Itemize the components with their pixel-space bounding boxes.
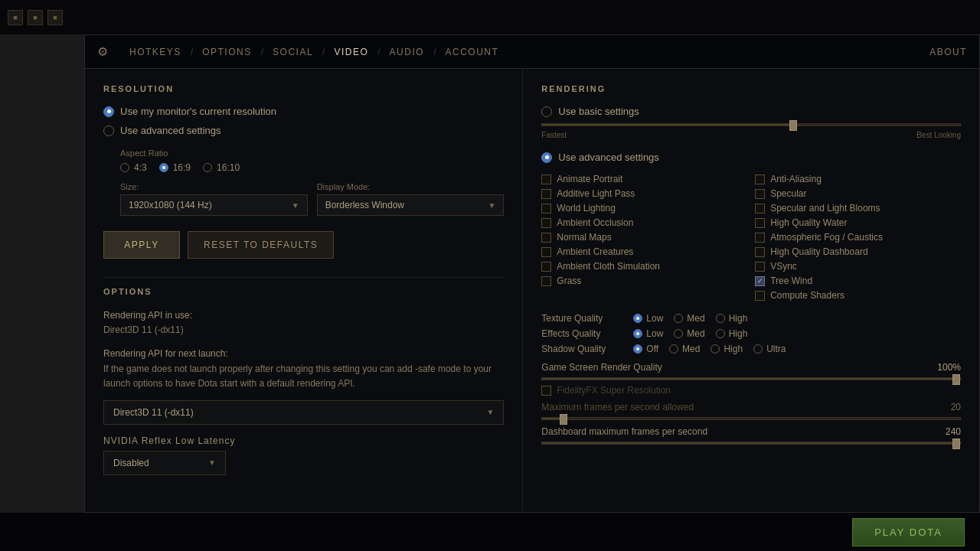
radio-effects-med[interactable] <box>674 329 683 338</box>
radio-effects-low[interactable] <box>633 329 642 338</box>
checkbox-right-6[interactable]: VSync <box>755 261 961 272</box>
radio-advanced-res[interactable] <box>103 126 114 136</box>
checkbox-box-right-6[interactable] <box>755 262 765 272</box>
dashboard-frames-thumb[interactable] <box>952 439 960 449</box>
dashboard-frames-section: Dashboard maximum frames per second 240 <box>541 426 961 445</box>
shadow-med[interactable]: Med <box>669 344 700 354</box>
nvidia-dropdown[interactable]: Disabled ▼ <box>103 451 226 475</box>
checkbox-box-left-3[interactable] <box>541 218 551 228</box>
play-button[interactable]: PLAY DOTA <box>852 518 965 546</box>
checkbox-left-4[interactable]: Normal Maps <box>541 232 747 243</box>
api-dropdown[interactable]: Direct3D 11 (-dx11) ▼ <box>103 400 504 425</box>
texture-high[interactable]: High <box>716 313 748 324</box>
shadow-off[interactable]: Off <box>633 344 658 354</box>
radio-16-10[interactable] <box>203 163 212 172</box>
texture-med[interactable]: Med <box>674 313 704 324</box>
dashboard-frames-slider[interactable] <box>541 442 961 445</box>
radio-texture-high[interactable] <box>716 314 725 323</box>
effects-quality-label: Effects Quality <box>541 328 626 339</box>
radio-shadow-high[interactable] <box>710 344 720 354</box>
nav-options[interactable]: OPTIONS <box>193 35 261 69</box>
effects-med[interactable]: Med <box>674 328 704 339</box>
size-dropdown[interactable]: 1920x1080 (144 Hz) ▼ <box>120 194 308 216</box>
checkbox-box-right-0[interactable] <box>755 174 765 184</box>
checkbox-right-4[interactable]: Atmospheric Fog / Caustics <box>755 232 961 243</box>
rendering-advanced-option[interactable]: Use advanced settings <box>541 152 961 163</box>
reset-button[interactable]: RESET TO DEFAULTS <box>188 231 334 259</box>
nav-account[interactable]: ACCOUNT <box>436 35 508 69</box>
checkbox-box-left-2[interactable] <box>541 204 551 214</box>
nav-video[interactable]: VIDEO <box>325 35 377 69</box>
nav-about[interactable]: ABOUT <box>929 47 967 57</box>
aspect-16-10[interactable]: 16:10 <box>203 162 240 173</box>
checkbox-right-7[interactable]: Tree Wind <box>755 276 961 286</box>
checkbox-right-5[interactable]: High Quality Dashboard <box>755 246 961 257</box>
fidelityfx-checkbox[interactable] <box>541 386 551 396</box>
checkbox-right-0[interactable]: Anti-Aliasing <box>755 174 961 184</box>
checkbox-right-3[interactable]: High Quality Water <box>755 217 961 228</box>
radio-basic[interactable] <box>541 106 552 117</box>
nvidia-dropdown-value: Disabled <box>113 458 149 468</box>
checkbox-right-8[interactable]: Compute Shaders <box>755 290 961 301</box>
render-slider-thumb[interactable] <box>789 120 797 131</box>
checkbox-box-right-4[interactable] <box>755 233 765 243</box>
checkbox-box-right-5[interactable] <box>755 247 765 257</box>
checkbox-left-6[interactable]: Ambient Cloth Simulation <box>541 261 747 272</box>
radio-texture-med[interactable] <box>674 314 683 323</box>
checkbox-left-1[interactable]: Additive Light Pass <box>541 188 747 199</box>
resolution-option2[interactable]: Use advanced settings <box>103 125 504 136</box>
checkbox-box-left-5[interactable] <box>541 247 551 257</box>
game-screen-render-value: 100% <box>937 362 961 373</box>
checkbox-box-left-6[interactable] <box>541 262 551 272</box>
nav-hotkeys[interactable]: HOTKEYS <box>120 35 191 69</box>
checkbox-left-2[interactable]: World Lighting <box>541 203 747 214</box>
resolution-option1[interactable]: Use my monitor's current resolution <box>103 106 504 117</box>
radio-4-3[interactable] <box>120 163 129 172</box>
apply-button[interactable]: APPLY <box>103 231 180 259</box>
checkbox-right-1[interactable]: Specular <box>755 188 961 199</box>
radio-16-9[interactable] <box>159 163 168 172</box>
radio-texture-low[interactable] <box>633 314 642 323</box>
rendering-basic-option[interactable]: Use basic settings <box>541 106 961 117</box>
aspect-4-3-label: 4:3 <box>134 162 147 173</box>
radio-current-res[interactable] <box>103 106 114 117</box>
checkbox-box-right-7[interactable] <box>755 276 765 286</box>
checkbox-box-left-0[interactable] <box>541 174 551 184</box>
checkbox-box-left-1[interactable] <box>541 189 551 199</box>
checkbox-left-7[interactable]: Grass <box>541 276 747 286</box>
max-frames-thumb[interactable] <box>560 414 567 425</box>
display-mode-dropdown[interactable]: Borderless Window ▼ <box>317 194 505 216</box>
shadow-high[interactable]: High <box>710 344 743 354</box>
aspect-16-9[interactable]: 16:9 <box>159 162 191 173</box>
top-icon-1: ■ <box>8 10 23 25</box>
game-screen-render-label: Game Screen Render Quality <box>541 362 662 373</box>
checkbox-left-5[interactable]: Ambient Creatures <box>541 246 747 257</box>
effects-low[interactable]: Low <box>633 328 663 339</box>
radio-shadow-off[interactable] <box>633 344 642 354</box>
game-render-slider[interactable] <box>541 377 961 380</box>
effects-high[interactable]: High <box>716 328 748 339</box>
checkbox-box-left-7[interactable] <box>541 276 551 286</box>
radio-effects-high[interactable] <box>716 329 725 338</box>
nav-social[interactable]: SOCIAL <box>263 35 322 69</box>
max-frames-slider[interactable] <box>541 417 961 420</box>
effects-high-label: High <box>729 328 748 339</box>
checkbox-left-0[interactable]: Animate Portrait <box>541 174 747 184</box>
checkbox-box-right-1[interactable] <box>755 189 765 199</box>
checkbox-box-right-2[interactable] <box>755 204 765 214</box>
checkbox-box-left-4[interactable] <box>541 233 551 243</box>
shadow-ultra[interactable]: Ultra <box>753 344 786 354</box>
checkbox-right-2[interactable]: Specular and Light Blooms <box>755 203 961 214</box>
checkbox-left-3[interactable]: Ambient Occlusion <box>541 217 747 228</box>
checkbox-box-right-3[interactable] <box>755 218 765 228</box>
render-slider-track[interactable] <box>541 123 961 126</box>
max-frames-section: Maximum frames per second allowed 20 <box>541 402 961 420</box>
nav-audio[interactable]: AUDIO <box>381 35 434 69</box>
radio-shadow-med[interactable] <box>669 344 678 354</box>
radio-shadow-ultra[interactable] <box>753 344 763 354</box>
aspect-4-3[interactable]: 4:3 <box>120 162 147 173</box>
texture-low[interactable]: Low <box>633 313 663 324</box>
radio-advanced[interactable] <box>541 152 552 163</box>
game-render-thumb[interactable] <box>952 374 960 385</box>
checkbox-box-right-8[interactable] <box>755 291 765 301</box>
